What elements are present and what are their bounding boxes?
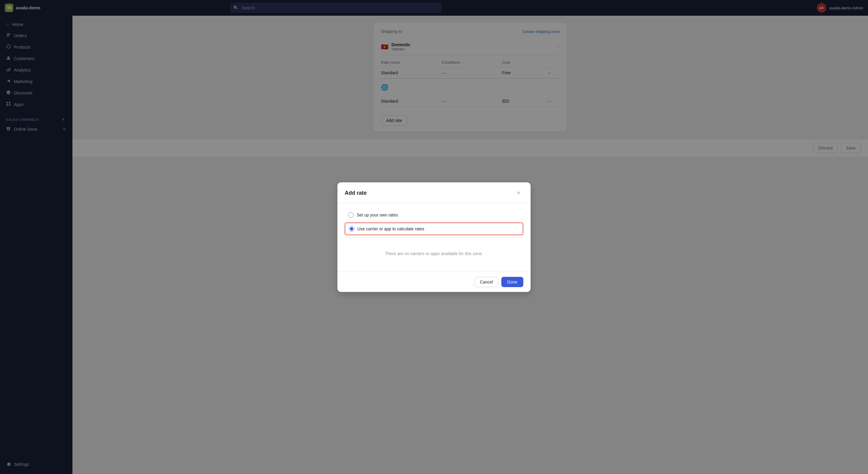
carrier-label: Use carrier or app to calculate rates xyxy=(357,227,424,231)
modal-overlay[interactable]: Add rate × Set up your own rates Use car… xyxy=(0,0,868,474)
radio-option-own-rates[interactable]: Set up your own rates xyxy=(345,209,523,221)
modal-footer: Cancel Done xyxy=(337,272,531,292)
carrier-radio[interactable] xyxy=(349,226,354,232)
own-rates-label: Set up your own rates xyxy=(357,212,398,217)
radio-option-carrier[interactable]: Use carrier or app to calculate rates xyxy=(345,223,523,235)
modal-header: Add rate × xyxy=(337,182,531,203)
modal-close-button[interactable]: × xyxy=(514,188,523,198)
modal-done-button[interactable]: Done xyxy=(501,277,523,287)
add-rate-modal: Add rate × Set up your own rates Use car… xyxy=(337,182,531,292)
modal-body: Set up your own rates Use carrier or app… xyxy=(337,203,531,272)
modal-cancel-button[interactable]: Cancel xyxy=(475,277,498,287)
modal-title: Add rate xyxy=(345,190,367,196)
no-carriers-message: There are no carriers or apps available … xyxy=(345,244,523,263)
own-rates-radio[interactable] xyxy=(348,212,354,218)
modal-carriers-section: There are no carriers or apps available … xyxy=(345,238,523,266)
